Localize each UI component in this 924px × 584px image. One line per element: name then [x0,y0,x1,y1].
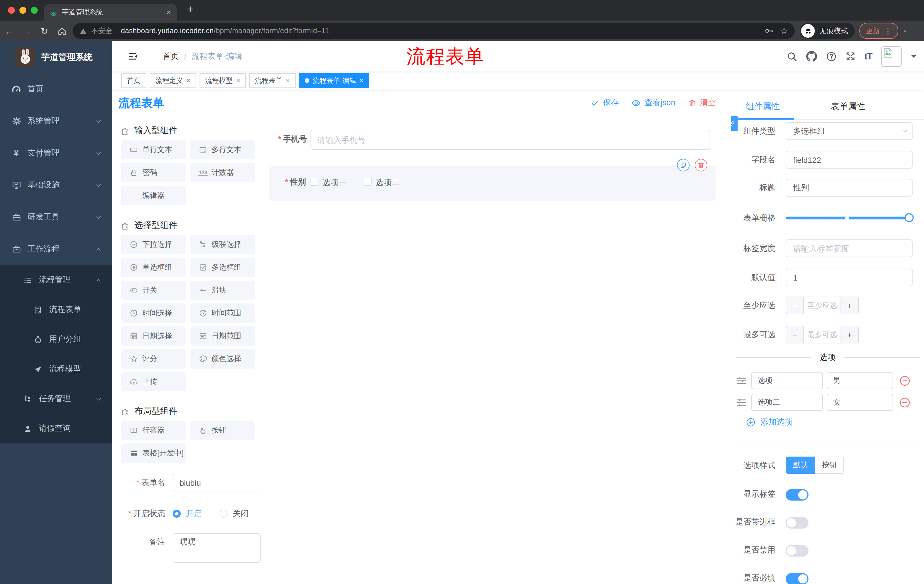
component-multi-text[interactable]: 多行文本 [190,140,255,160]
sidebar-item-process-model[interactable]: 流程模型 [0,354,112,384]
option1-name-input[interactable] [751,372,823,389]
tag-process-form-edit[interactable]: 流程表单-编辑× [299,73,370,88]
option-drag-handle-icon[interactable] [736,397,747,408]
phone-field-input[interactable] [310,130,710,150]
component-counter[interactable]: 123计数器 [190,163,255,182]
search-icon[interactable] [787,51,797,61]
help-icon[interactable] [826,51,837,61]
stepper-plus-button[interactable]: + [841,297,858,314]
component-editor[interactable]: 编辑器 [121,186,186,205]
component-radio-group[interactable]: 单选框组 [121,258,186,277]
sidebar-item-task-mgmt[interactable]: 任务管理 [0,384,112,414]
copy-component-button[interactable] [677,159,690,171]
github-icon[interactable] [806,51,817,62]
required-toggle[interactable] [785,573,808,584]
sidebar-item-system[interactable]: 系统管理 [0,105,112,137]
component-type-select[interactable] [785,122,912,140]
avatar-caret-icon[interactable] [911,55,917,61]
component-checkbox-group[interactable]: 多选框组 [190,258,255,277]
breadcrumb-home[interactable]: 首页 [163,51,179,61]
hamburger-fold-icon[interactable] [127,51,138,62]
option1-value-input[interactable] [827,372,893,389]
gender-option1-label[interactable]: 选项一 [322,178,346,188]
tag-close-icon[interactable]: × [236,77,240,85]
field-name-input[interactable] [785,151,912,169]
radio-on-checked[interactable] [173,510,181,518]
sidebar-item-infra[interactable]: 基础设施 [0,169,112,201]
back-icon[interactable]: ← [0,26,18,36]
stepper-minus-button[interactable]: − [786,326,804,343]
title-input[interactable] [785,179,912,197]
sidebar-item-workflow[interactable]: 工作流程 [0,233,112,265]
component-slider[interactable]: 滑块 [190,281,255,300]
component-date-range[interactable]: 日期范围 [190,326,255,346]
tab-close-icon[interactable]: × [167,8,171,16]
component-single-text[interactable]: 单行文本 [121,140,186,160]
component-table-dev[interactable]: 表格[开发中] [121,443,186,463]
component-upload[interactable]: 上传 [121,372,186,392]
forward-icon[interactable]: → [18,26,35,36]
tag-process-model[interactable]: 流程模型× [200,73,246,88]
default-value-input[interactable] [785,268,912,286]
tag-close-icon[interactable]: × [286,77,290,85]
component-time-picker[interactable]: 时间选择 [121,303,186,323]
form-remark-textarea[interactable]: 嘿嘿 [173,533,261,563]
fullscreen-icon[interactable] [846,51,855,61]
gender-option2-label[interactable]: 选项二 [376,178,400,188]
address-bar[interactable]: 不安全 dashboard.yudao.iocoder.cn/bpm/manag… [73,23,795,39]
style-button-button[interactable]: 按钮 [815,457,844,474]
component-select[interactable]: 下拉选择 [121,235,186,254]
component-switch[interactable]: 开关 [121,281,186,300]
browser-menu-dots-icon[interactable]: ⋮ [884,26,892,35]
component-button[interactable]: 按钮 [190,421,255,440]
style-default-button[interactable]: 默认 [785,457,815,474]
sidebar-item-user-group[interactable]: 用户分组 [0,324,112,354]
max-select-value[interactable]: 最多可选 [804,326,841,343]
sidebar-item-payment[interactable]: ¥ 支付管理 [0,137,112,169]
new-tab-button[interactable]: + [188,3,193,15]
component-date-picker[interactable]: 日期选择 [121,326,186,346]
reload-icon[interactable]: ↻ [35,25,53,36]
min-select-value[interactable]: 至少应选 [804,297,841,314]
component-row-container[interactable]: 行容器 [121,421,186,440]
window-minimize-button[interactable] [20,7,26,14]
data-binding-link-tag[interactable] [731,116,738,131]
sidebar-logo[interactable]: 芋道管理系统 [0,41,112,73]
component-time-range[interactable]: 时间范围 [190,303,255,323]
font-size-icon[interactable]: tT [865,51,872,61]
sidebar-item-leave-query[interactable]: 请假查询 [0,414,112,443]
gender-option1-checkbox[interactable] [310,178,318,186]
window-close-button[interactable] [8,7,15,14]
border-toggle[interactable] [785,517,808,528]
sidebar-item-home[interactable]: 首页 [0,73,112,105]
option-drag-handle-icon[interactable] [736,375,747,386]
option2-name-input[interactable] [751,394,823,411]
tag-process-form[interactable]: 流程表单× [249,73,295,88]
label-width-input[interactable] [785,239,912,257]
tab-component-props[interactable]: 组件属性 [746,101,780,112]
grid-slider-track[interactable] [785,217,912,219]
view-json-button[interactable]: 查看json [632,98,675,108]
remove-option1-icon[interactable] [899,375,910,386]
sidebar-item-process-form[interactable]: 流程表单 [0,295,112,324]
disabled-toggle[interactable] [785,545,808,556]
tag-close-icon[interactable]: × [360,77,364,85]
toolbar-chevron-icon[interactable]: ˅ [903,28,907,34]
home-icon[interactable] [53,26,71,36]
clear-button[interactable]: 清空 [688,98,716,108]
window-zoom-button[interactable] [31,7,38,14]
tag-close-icon[interactable]: × [186,77,190,85]
show-label-toggle[interactable] [785,489,808,500]
component-password[interactable]: 密码 [121,163,186,182]
stepper-plus-button[interactable]: + [841,326,858,343]
avatar[interactable] [881,46,902,67]
stepper-minus-button[interactable]: − [786,297,804,314]
component-color-picker[interactable]: 颜色选择 [190,349,255,368]
tab-form-props[interactable]: 表单属性 [831,101,865,112]
component-cascader[interactable]: 级联选择 [190,235,255,254]
sidebar-item-devtools[interactable]: 研发工具 [0,201,112,233]
tag-process-definition[interactable]: 流程定义× [150,73,196,88]
browser-tab[interactable]: 芋道管理系统 × [44,4,177,21]
add-option-button[interactable]: 添加选项 [746,417,792,428]
component-rate[interactable]: 评分 [121,349,186,368]
